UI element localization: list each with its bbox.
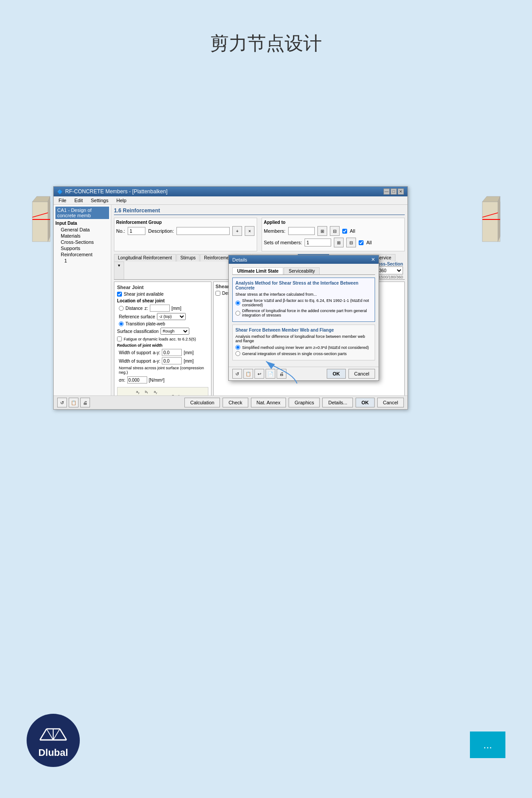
sidebar-item-1[interactable]: 1 [55, 258, 109, 264]
details-close-btn[interactable]: ✕ [371, 257, 375, 262]
shear-radio-2[interactable] [235, 351, 240, 356]
no-input[interactable] [128, 227, 145, 235]
fatigue-check[interactable] [117, 336, 122, 341]
details-tab-uls[interactable]: Ultimate Limit State [232, 267, 283, 274]
analysis-radio-2[interactable] [235, 311, 240, 316]
all-sets-check[interactable] [359, 240, 364, 245]
aneg-label: a-y: [153, 359, 160, 364]
svg-rect-5 [482, 202, 500, 242]
sidebar-item-materials[interactable]: Materials [55, 233, 109, 239]
sigma-input[interactable] [127, 376, 147, 383]
details-tabs-bar: Ultimate Limit State Serviceability [232, 267, 375, 275]
shear-joint-title: Shear Joint [117, 285, 208, 290]
sidebar-item-cross-sections[interactable]: Cross-Sections [55, 239, 109, 245]
reduction-header: Reduction of joint width [117, 343, 208, 348]
tab-stirrups[interactable]: Stirrups [176, 254, 200, 262]
sets-input[interactable] [305, 239, 331, 246]
sets-icon2[interactable]: ⊟ [346, 238, 356, 247]
menu-bar: File Edit Settings Help [54, 196, 407, 205]
maximize-button[interactable]: □ [391, 188, 397, 195]
width-support-neg-label: Width of support [119, 359, 151, 364]
details-cancel-button[interactable]: Cancel [348, 369, 375, 379]
right-3d-element [480, 193, 505, 255]
menu-settings[interactable]: Settings [90, 197, 110, 203]
all-members-check[interactable] [342, 229, 347, 234]
distance-radio[interactable] [119, 306, 124, 311]
ok-button[interactable]: OK [356, 398, 375, 407]
members-icon1[interactable]: ⊞ [317, 226, 327, 236]
sidebar-item-reinforcement[interactable]: Reinforcement [55, 251, 109, 258]
details-dialog-title: Details ✕ [229, 255, 379, 264]
sub-icon-4[interactable]: 📄 [266, 369, 275, 379]
width-support-label: Width of support [119, 350, 151, 355]
sub-icon-3[interactable]: ↩ [254, 369, 264, 379]
aneg-input[interactable] [162, 357, 182, 364]
cancel-button[interactable]: Cancel [377, 398, 404, 407]
tab-more[interactable]: ▾ [114, 262, 124, 279]
add-btn[interactable]: + [232, 226, 242, 236]
aneg-mm: [mm] [184, 359, 193, 364]
transition-radio[interactable] [119, 321, 124, 326]
shear-force-section: Shear Force Between Member Web and Flang… [232, 325, 375, 360]
details-tab-sls[interactable]: Serviceability [284, 267, 320, 274]
surface-class-select[interactable]: Rough [160, 328, 189, 335]
sub-icon-1[interactable]: ↺ [232, 369, 242, 379]
z-label: z: [145, 306, 148, 311]
desc-label: Description: [148, 228, 174, 234]
sub-icon-5[interactable]: 🖨 [277, 369, 286, 379]
members-icon2[interactable]: ⊟ [330, 226, 340, 236]
mm-label: [mm] [172, 306, 181, 311]
analysis-radio-1-label: Shear force VΔEd and β-factor acc to Eq.… [242, 298, 372, 307]
sets-label: Sets of members: [264, 240, 302, 245]
description-input[interactable] [176, 227, 230, 235]
sub-icon-2[interactable]: 📋 [243, 369, 253, 379]
details-dialog-bottom: ↺ 📋 ↩ 📄 🖨 OK Cancel [229, 367, 379, 380]
all-sets-label: All [366, 240, 372, 245]
title-bar: 🔷 RF-CONCRETE Members - [Plattenbalken] … [54, 187, 407, 196]
logo-text: Dlubal [38, 747, 68, 759]
check-button[interactable]: Check [223, 398, 248, 407]
z-input[interactable] [150, 305, 170, 312]
joint-diagram: ay bf ay Casting zone 2 Shear joi [117, 387, 208, 395]
svg-rect-0 [32, 202, 50, 242]
details-ok-button[interactable]: OK [327, 369, 346, 379]
nat-annex-button[interactable]: Nat. Annex [251, 398, 286, 407]
details-button[interactable]: Details... [322, 398, 353, 407]
logo-section: Dlubal [27, 714, 80, 767]
close-button[interactable]: ✕ [398, 188, 404, 195]
page-title: 剪力节点设计 [0, 0, 532, 74]
minimize-button[interactable]: — [383, 188, 390, 195]
details-dialog-content: Ultimate Limit State Serviceability Anal… [229, 264, 379, 367]
shear-radio-2-label: General integration of stresses in singl… [242, 352, 347, 356]
sidebar-header: CA1 - Design of concrete memb [55, 207, 109, 219]
shear-radio-1[interactable] [235, 345, 240, 350]
graphics-button[interactable]: Graphics [289, 398, 320, 407]
logo-icon [38, 722, 69, 744]
menu-file[interactable]: File [57, 197, 68, 203]
all-members-label: All [350, 228, 355, 234]
sidebar-item-supports[interactable]: Supports [55, 245, 109, 251]
sidebar-item-general[interactable]: General Data [55, 227, 109, 233]
fatigue-label: Fatigue or dynamic loads acc. to 6.2.5(5… [124, 337, 196, 341]
ay-input[interactable] [162, 349, 182, 356]
svg-line-41 [53, 729, 60, 740]
delete-btn[interactable]: × [245, 226, 254, 236]
menu-help[interactable]: Help [115, 197, 128, 203]
svg-marker-6 [482, 196, 500, 202]
calculation-button[interactable]: Calculation [184, 398, 220, 407]
flange-design-check[interactable] [215, 291, 220, 296]
icon-btn-2[interactable]: 📋 [69, 398, 78, 407]
analysis-radio-1[interactable] [235, 301, 240, 305]
menu-edit[interactable]: Edit [73, 197, 84, 203]
icon-btn-1[interactable]: ↺ [57, 398, 67, 407]
sets-icon1[interactable]: ⊞ [334, 238, 344, 247]
more-button[interactable]: ... [470, 732, 505, 758]
joint-svg: ay bf ay Casting zone 2 Shear joi [118, 388, 207, 396]
bottom-toolbar: ↺ 📋 🖨 Calculation Check Nat. Annex Graph… [54, 395, 407, 409]
shear-force-desc: Analysis method for difference of longit… [235, 334, 372, 343]
ref-surface-select[interactable]: -z (top) [157, 313, 186, 320]
icon-btn-3[interactable]: 🖨 [80, 398, 90, 407]
shear-joint-check[interactable] [117, 292, 122, 297]
tab-longitudinal[interactable]: Longitudinal Reinforcement [114, 254, 176, 262]
members-input[interactable] [288, 227, 315, 235]
